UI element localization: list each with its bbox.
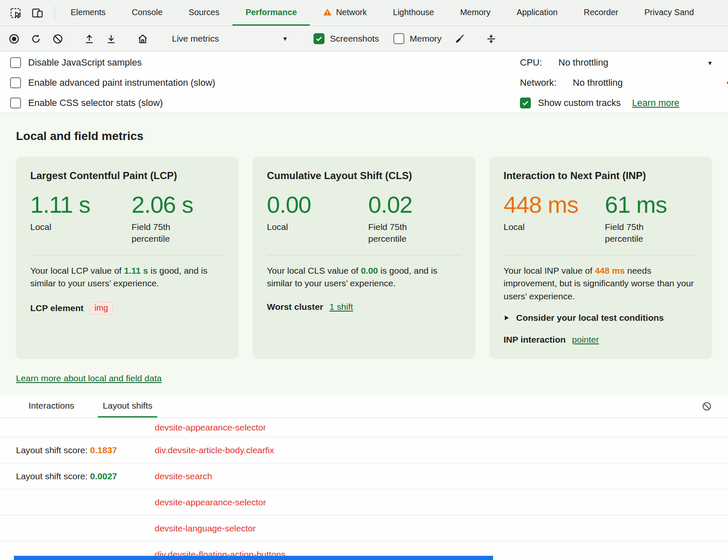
tab-label: Application xyxy=(517,8,558,17)
lcp-field-label: Field 75th percentile xyxy=(132,221,186,244)
tab-performance[interactable]: Performance xyxy=(232,0,310,26)
clear-icon[interactable] xyxy=(49,30,66,48)
lcp-field-value: 2.06 s xyxy=(132,193,193,217)
tab-label: Sources xyxy=(189,8,219,17)
tab-privacy-sandbox[interactable]: Privacy Sand xyxy=(631,0,707,26)
card-title: Interaction to Next Paint (INP) xyxy=(504,170,698,182)
tab-label: Memory xyxy=(460,8,491,17)
screenshots-checkbox-label: Screenshots xyxy=(330,34,379,44)
tab-interactions[interactable]: Interactions xyxy=(24,396,79,417)
element-link[interactable]: devsite-appearance-selector xyxy=(155,497,712,507)
tab-label: Console xyxy=(132,8,162,17)
tab-label: Privacy Sand xyxy=(644,8,694,17)
local-test-conditions-disclosure[interactable]: Consider your local test conditions xyxy=(504,313,698,323)
element-link[interactable]: devsite-language-selector xyxy=(155,523,712,534)
layout-shift-score: Layout shift score: 0.1837 xyxy=(16,445,155,455)
tab-layout-shifts[interactable]: Layout shifts xyxy=(98,396,158,417)
reload-and-record-icon[interactable] xyxy=(27,30,45,48)
worst-cluster-label: Worst cluster xyxy=(267,302,323,312)
network-throttling-select[interactable]: Network: No throttling ▼ xyxy=(520,75,728,90)
description-text: Your local INP value of xyxy=(504,266,595,275)
checkbox-checked-icon[interactable] xyxy=(314,33,324,44)
custom-tracks-learn-more-link[interactable]: Learn more xyxy=(632,98,680,108)
tab-sources[interactable]: Sources xyxy=(176,0,232,26)
selected-row-highlight xyxy=(14,556,493,560)
capture-settings: Disable JavaScript samples Enable advanc… xyxy=(0,52,728,113)
cls-field-value: 0.02 xyxy=(368,193,423,217)
lcp-element-chip[interactable]: img xyxy=(90,302,113,314)
description-text: Your local LCP value of xyxy=(30,266,124,275)
tab-network[interactable]: Network xyxy=(310,0,380,26)
tab-label: Network xyxy=(336,8,367,17)
element-link[interactable]: devsite-appearance-selector xyxy=(155,423,712,433)
layout-shift-row[interactable]: devsite-appearance-selector xyxy=(0,489,728,515)
layout-shift-row[interactable]: Layout shift score: 0.1837 div.devsite-a… xyxy=(0,437,728,463)
disclosure-triangle-icon xyxy=(504,315,509,321)
warning-icon xyxy=(323,8,332,17)
network-select-value: No throttling xyxy=(573,77,623,88)
show-custom-tracks-checkbox[interactable]: Show custom tracks Learn more xyxy=(520,95,728,111)
live-metrics-logs: Interactions Layout shifts devsite-appea… xyxy=(0,395,728,560)
divider xyxy=(267,255,461,255)
collapse-tracks-icon[interactable] xyxy=(483,30,500,48)
history-dropdown[interactable]: Live metrics ▼ xyxy=(165,30,295,48)
lcp-local-label: Local xyxy=(30,221,85,233)
cls-local-label: Local xyxy=(267,221,322,233)
checkbox-unchecked-icon[interactable] xyxy=(10,77,21,88)
setting-label: Show custom tracks xyxy=(538,98,621,108)
inp-local-value: 448 ms xyxy=(504,193,605,217)
tab-label: Recorder xyxy=(584,8,618,17)
memory-checkbox-label: Memory xyxy=(410,34,442,44)
metric-cards: Largest Contentful Paint (LCP) 1.11 s Lo… xyxy=(16,156,712,359)
tab-application[interactable]: Application xyxy=(504,0,571,26)
tab-label: Interactions xyxy=(29,401,74,410)
card-title: Cumulative Layout Shift (CLS) xyxy=(267,170,461,182)
checkbox-unchecked-icon[interactable] xyxy=(393,33,404,44)
layout-shift-row[interactable]: devsite-language-selector xyxy=(0,515,728,542)
cls-local-value: 0.00 xyxy=(267,193,368,217)
description-text: Your local CLS value of xyxy=(267,266,361,275)
field-data-learn-more-link[interactable]: Learn more about local and field data xyxy=(16,373,162,383)
divider xyxy=(30,255,224,255)
divider xyxy=(55,6,55,20)
tab-recorder[interactable]: Recorder xyxy=(571,0,631,26)
layout-shift-row[interactable]: Layout shift score: 0.0027 devsite-searc… xyxy=(0,463,728,489)
save-profile-icon[interactable] xyxy=(102,30,120,48)
element-link[interactable]: div.devsite-article-body.clearfix xyxy=(155,445,712,455)
screenshots-checkbox[interactable]: Screenshots xyxy=(309,33,384,44)
score-value: 0.0027 xyxy=(90,471,117,481)
garbage-collect-icon[interactable] xyxy=(451,30,469,48)
tab-lighthouse[interactable]: Lighthouse xyxy=(380,0,447,26)
element-link[interactable]: devsite-search xyxy=(155,471,712,481)
load-profile-icon[interactable] xyxy=(80,30,98,48)
cpu-throttling-select[interactable]: CPU: No throttling ▼ xyxy=(520,55,728,70)
local-field-metrics-section: Local and field metrics Largest Contentf… xyxy=(0,113,728,395)
tabbar-icon-group xyxy=(4,0,52,26)
inp-local-label: Local xyxy=(504,221,558,233)
clear-log-icon[interactable] xyxy=(698,398,715,415)
tab-elements[interactable]: Elements xyxy=(58,0,119,26)
score-label: Layout shift score: xyxy=(16,445,90,455)
checkbox-unchecked-icon[interactable] xyxy=(10,57,21,68)
tab-memory[interactable]: Memory xyxy=(447,0,504,26)
inp-interaction-link[interactable]: pointer xyxy=(572,335,599,345)
cls-field-label: Field 75th percentile xyxy=(368,221,423,244)
setting-label: Enable advanced paint instrumentation (s… xyxy=(28,77,215,88)
worst-cluster-link[interactable]: 1 shift xyxy=(330,302,353,312)
cpu-select-value: No throttling xyxy=(559,57,609,68)
device-toolbar-icon[interactable] xyxy=(30,6,45,20)
divider xyxy=(504,255,698,255)
checkbox-unchecked-icon[interactable] xyxy=(10,98,21,108)
tab-console[interactable]: Console xyxy=(119,0,175,26)
capture-settings-right: CPU: No throttling ▼ Network: No throttl… xyxy=(520,55,728,111)
record-icon[interactable] xyxy=(5,30,23,48)
layout-shift-row[interactable]: devsite-appearance-selector xyxy=(0,418,728,437)
home-live-metrics-icon[interactable] xyxy=(134,30,151,48)
cpu-select-label: CPU: xyxy=(520,57,542,68)
tab-label: Lighthouse xyxy=(393,8,434,17)
memory-checkbox[interactable]: Memory xyxy=(388,33,447,44)
chevron-down-icon: ▼ xyxy=(707,60,713,66)
inp-card: Interaction to Next Paint (INP) 448 ms L… xyxy=(489,156,712,359)
inspect-element-icon[interactable] xyxy=(8,6,23,20)
checkbox-checked-icon[interactable] xyxy=(520,98,531,108)
